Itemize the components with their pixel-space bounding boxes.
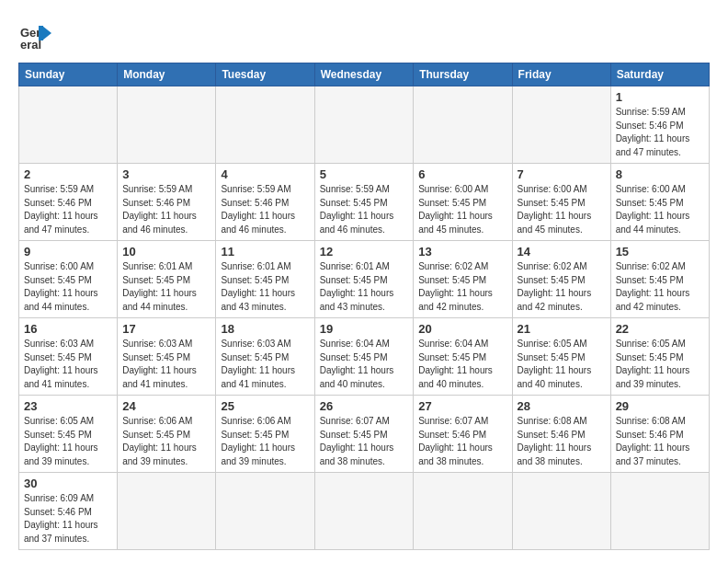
day-number: 17 [122,322,210,336]
day-info: Sunrise: 6:02 AM Sunset: 5:45 PM Dayligh… [518,260,606,314]
day-number: 1 [616,90,704,104]
calendar-cell [216,473,314,550]
calendar-cell: 22Sunrise: 6:05 AM Sunset: 5:45 PM Dayli… [610,318,709,396]
calendar-cell [512,473,610,550]
calendar-cell [610,473,709,550]
week-row-4: 23Sunrise: 6:05 AM Sunset: 5:45 PM Dayli… [19,396,710,473]
calendar-cell: 14Sunrise: 6:02 AM Sunset: 5:45 PM Dayli… [512,241,610,318]
calendar-cell [314,473,414,550]
calendar-cell [314,86,414,164]
calendar-cell: 24Sunrise: 6:06 AM Sunset: 5:45 PM Dayli… [118,396,216,473]
week-row-3: 16Sunrise: 6:03 AM Sunset: 5:45 PM Dayli… [19,318,710,396]
calendar-cell: 29Sunrise: 6:08 AM Sunset: 5:46 PM Dayli… [610,396,709,473]
day-number: 21 [518,322,606,336]
day-info: Sunrise: 5:59 AM Sunset: 5:46 PM Dayligh… [24,183,112,236]
day-header-saturday: Saturday [610,63,709,86]
day-info: Sunrise: 6:04 AM Sunset: 5:45 PM Dayligh… [320,338,409,391]
calendar-cell: 9Sunrise: 6:00 AM Sunset: 5:45 PM Daylig… [19,241,118,318]
calendar-cell [512,86,610,164]
calendar-cell: 11Sunrise: 6:01 AM Sunset: 5:45 PM Dayli… [216,241,314,318]
day-header-sunday: Sunday [19,63,118,86]
day-number: 5 [320,167,409,181]
calendar-cell: 21Sunrise: 6:05 AM Sunset: 5:45 PM Dayli… [512,318,610,396]
day-info: Sunrise: 5:59 AM Sunset: 5:46 PM Dayligh… [221,183,309,236]
day-info: Sunrise: 6:05 AM Sunset: 5:45 PM Dayligh… [24,415,112,468]
day-number: 23 [24,399,112,413]
page-header: Gen eral [18,18,710,53]
day-info: Sunrise: 6:04 AM Sunset: 5:45 PM Dayligh… [418,338,506,391]
day-info: Sunrise: 6:03 AM Sunset: 5:45 PM Dayligh… [221,338,309,391]
day-info: Sunrise: 6:02 AM Sunset: 5:45 PM Dayligh… [616,260,704,314]
day-info: Sunrise: 6:06 AM Sunset: 5:45 PM Dayligh… [221,415,309,468]
day-number: 14 [518,245,606,259]
week-row-5: 30Sunrise: 6:09 AM Sunset: 5:46 PM Dayli… [19,473,710,550]
day-info: Sunrise: 6:05 AM Sunset: 5:45 PM Dayligh… [518,338,606,391]
day-number: 7 [518,167,606,181]
day-info: Sunrise: 6:00 AM Sunset: 5:45 PM Dayligh… [616,183,704,236]
day-number: 25 [221,399,309,413]
calendar-cell: 13Sunrise: 6:02 AM Sunset: 5:45 PM Dayli… [414,241,512,318]
calendar-cell: 10Sunrise: 6:01 AM Sunset: 5:45 PM Dayli… [118,241,216,318]
day-number: 2 [24,167,112,181]
day-info: Sunrise: 6:00 AM Sunset: 5:45 PM Dayligh… [24,260,112,314]
calendar-cell: 8Sunrise: 6:00 AM Sunset: 5:45 PM Daylig… [610,164,709,241]
day-header-friday: Friday [512,63,610,86]
calendar-cell: 5Sunrise: 5:59 AM Sunset: 5:45 PM Daylig… [314,164,414,241]
day-number: 13 [418,245,506,259]
calendar-cell [216,86,314,164]
day-number: 30 [24,477,112,490]
day-info: Sunrise: 6:07 AM Sunset: 5:45 PM Dayligh… [320,415,409,468]
day-number: 18 [221,322,309,336]
calendar-header-row: SundayMondayTuesdayWednesdayThursdayFrid… [19,63,710,86]
calendar-cell: 25Sunrise: 6:06 AM Sunset: 5:45 PM Dayli… [216,396,314,473]
calendar-cell: 15Sunrise: 6:02 AM Sunset: 5:45 PM Dayli… [610,241,709,318]
day-info: Sunrise: 6:02 AM Sunset: 5:45 PM Dayligh… [418,260,506,314]
svg-text:eral: eral [20,38,41,52]
day-number: 16 [24,322,112,336]
day-info: Sunrise: 5:59 AM Sunset: 5:45 PM Dayligh… [320,183,409,236]
calendar-cell: 19Sunrise: 6:04 AM Sunset: 5:45 PM Dayli… [314,318,414,396]
day-number: 26 [320,399,409,413]
week-row-2: 9Sunrise: 6:00 AM Sunset: 5:45 PM Daylig… [19,241,710,318]
day-info: Sunrise: 6:09 AM Sunset: 5:46 PM Dayligh… [24,492,112,546]
calendar-cell: 6Sunrise: 6:00 AM Sunset: 5:45 PM Daylig… [414,164,512,241]
day-number: 29 [616,399,704,413]
day-number: 24 [122,399,210,413]
day-number: 15 [616,245,704,259]
logo-icon: Gen eral [18,18,53,53]
calendar-body: 1Sunrise: 5:59 AM Sunset: 5:46 PM Daylig… [19,86,710,550]
day-info: Sunrise: 6:07 AM Sunset: 5:46 PM Dayligh… [418,415,506,468]
day-info: Sunrise: 5:59 AM Sunset: 5:46 PM Dayligh… [616,106,704,159]
day-header-tuesday: Tuesday [216,63,314,86]
svg-marker-2 [42,26,51,40]
calendar-cell: 30Sunrise: 6:09 AM Sunset: 5:46 PM Dayli… [19,473,118,550]
day-info: Sunrise: 6:01 AM Sunset: 5:45 PM Dayligh… [122,260,210,314]
day-number: 6 [418,167,506,181]
day-info: Sunrise: 5:59 AM Sunset: 5:46 PM Dayligh… [122,183,210,236]
week-row-1: 2Sunrise: 5:59 AM Sunset: 5:46 PM Daylig… [19,164,710,241]
day-number: 8 [616,167,704,181]
day-info: Sunrise: 6:00 AM Sunset: 5:45 PM Dayligh… [418,183,506,236]
day-number: 12 [320,245,409,259]
calendar-cell [118,473,216,550]
calendar-cell: 1Sunrise: 5:59 AM Sunset: 5:46 PM Daylig… [610,86,709,164]
day-number: 19 [320,322,409,336]
calendar-cell [118,86,216,164]
calendar-cell: 27Sunrise: 6:07 AM Sunset: 5:46 PM Dayli… [414,396,512,473]
day-number: 22 [616,322,704,336]
calendar-cell [19,86,118,164]
logo: Gen eral [18,18,59,53]
day-info: Sunrise: 6:01 AM Sunset: 5:45 PM Dayligh… [320,260,409,314]
day-number: 3 [122,167,210,181]
calendar-cell: 3Sunrise: 5:59 AM Sunset: 5:46 PM Daylig… [118,164,216,241]
calendar-cell: 7Sunrise: 6:00 AM Sunset: 5:45 PM Daylig… [512,164,610,241]
day-number: 10 [122,245,210,259]
calendar-cell: 23Sunrise: 6:05 AM Sunset: 5:45 PM Dayli… [19,396,118,473]
day-info: Sunrise: 6:03 AM Sunset: 5:45 PM Dayligh… [122,338,210,391]
calendar-cell: 17Sunrise: 6:03 AM Sunset: 5:45 PM Dayli… [118,318,216,396]
calendar-cell: 26Sunrise: 6:07 AM Sunset: 5:45 PM Dayli… [314,396,414,473]
day-number: 4 [221,167,309,181]
day-header-monday: Monday [118,63,216,86]
calendar: SundayMondayTuesdayWednesdayThursdayFrid… [18,63,710,550]
calendar-cell: 2Sunrise: 5:59 AM Sunset: 5:46 PM Daylig… [19,164,118,241]
